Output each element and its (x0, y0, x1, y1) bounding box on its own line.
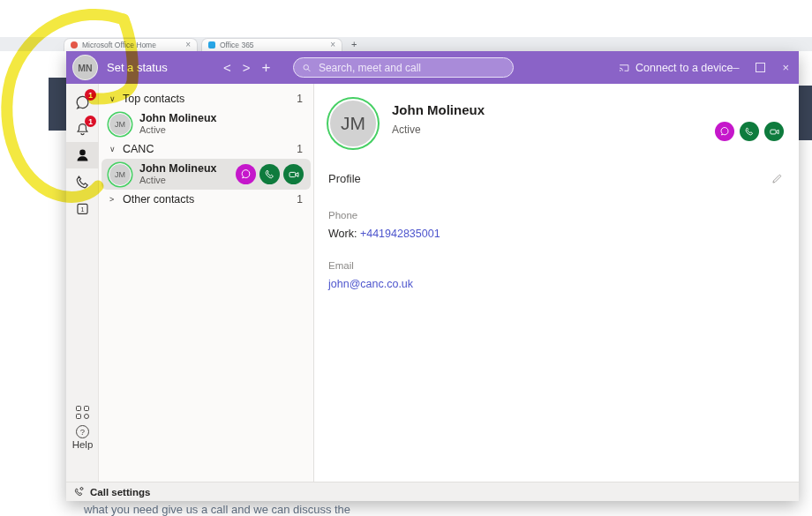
call-settings-bar[interactable]: Call settings (66, 482, 799, 501)
phone-icon (744, 126, 755, 137)
svg-text:1: 1 (81, 206, 85, 213)
maximize-button[interactable] (756, 63, 765, 72)
email-field: Email john@canc.co.uk (328, 260, 413, 290)
section-count: 1 (297, 93, 303, 105)
connect-to-device-label: Connect to a device (635, 62, 733, 74)
section-label: Top contacts (123, 93, 184, 105)
call-button[interactable] (259, 164, 280, 184)
apps-grid-icon[interactable] (76, 406, 89, 419)
rail-item-chats[interactable]: 1 (66, 89, 99, 116)
rail-bottom-group: ? Help (66, 406, 99, 450)
close-button[interactable]: × (782, 61, 789, 74)
edit-pencil-icon[interactable] (771, 173, 783, 185)
search-input[interactable] (317, 61, 505, 75)
rail-item-contacts[interactable] (66, 142, 99, 168)
contact-name: John Molineux (139, 162, 228, 175)
window-controls: – × (733, 51, 799, 84)
chats-badge: 1 (85, 89, 96, 101)
chat-button[interactable] (715, 122, 734, 141)
search-icon (302, 63, 312, 73)
phone-number-link[interactable]: +441942835001 (360, 228, 440, 240)
contact-row-selected[interactable]: JM John Molineux Active (102, 159, 311, 190)
contact-status: Active (139, 175, 228, 186)
email-label: Email (328, 260, 413, 271)
left-rail: 1 1 (66, 84, 99, 482)
office-home-favicon (71, 41, 78, 49)
browser-tab-office-365[interactable]: Office 365 × (201, 38, 342, 51)
user-avatar[interactable]: MN (72, 55, 98, 80)
phone-label: Phone (328, 210, 440, 221)
calendar-icon: 1 (74, 200, 91, 217)
new-tab-button[interactable]: + (351, 39, 357, 49)
profile-section-title: Profile (328, 172, 361, 185)
cast-icon (618, 62, 630, 73)
app-title-bar: MN Set a status < > + Conne (66, 51, 799, 84)
back-icon[interactable]: < (223, 60, 231, 75)
video-camera-icon (288, 168, 300, 181)
chat-bubble-icon (240, 168, 252, 180)
tab-title: Microsoft Office Home (82, 41, 181, 49)
browser-tab-office-home[interactable]: Microsoft Office Home × (64, 38, 198, 51)
contact-row-top[interactable]: JM John Molineux Active (102, 108, 311, 139)
tab-close-icon[interactable]: × (185, 41, 191, 49)
set-status-button[interactable]: Set a status (107, 51, 168, 84)
section-count: 1 (297, 143, 303, 155)
app-window: MN Set a status < > + Conne (66, 51, 799, 501)
call-settings-label: Call settings (90, 487, 150, 497)
profile-avatar: JM (328, 99, 378, 148)
phone-icon (264, 168, 275, 180)
phone-type-label: Work: (328, 228, 360, 240)
tab-close-icon[interactable]: × (330, 41, 335, 49)
rail-item-notifications[interactable]: 1 (66, 116, 99, 142)
contact-name: John Molineux (139, 112, 304, 124)
help-icon: ? (76, 425, 89, 438)
avatar: JM (109, 113, 132, 136)
chat-button[interactable] (236, 164, 256, 184)
section-label: Other contacts (123, 193, 194, 206)
profile-name: John Molineux (392, 102, 485, 117)
email-link[interactable]: john@canc.co.uk (328, 278, 413, 290)
chat-bubble-icon (719, 126, 730, 137)
nav-buttons: < > + (223, 51, 270, 84)
help-label: Help (72, 439, 94, 450)
section-count: 1 (297, 193, 303, 206)
help-button[interactable]: ? Help (72, 425, 94, 450)
call-settings-icon (73, 486, 85, 497)
forward-icon[interactable]: > (243, 60, 251, 75)
office-365-favicon (208, 41, 215, 49)
background-page-text: what you need give us a call and we can … (84, 503, 350, 516)
video-call-button[interactable] (283, 164, 304, 184)
profile-section-header: Profile (328, 172, 783, 185)
chevron-down-icon: ∨ (109, 94, 117, 103)
profile-status: Active (392, 123, 421, 136)
profile-actions (715, 122, 784, 141)
screenshot-root: Microsoft Office Home × Office 365 × + M… (0, 0, 812, 516)
add-icon[interactable]: + (262, 59, 271, 77)
call-button[interactable] (740, 122, 759, 141)
rail-item-calendar[interactable]: 1 (66, 195, 99, 221)
section-other-contacts[interactable]: > Other contacts 1 (99, 190, 313, 209)
connect-to-device-button[interactable]: Connect to a device (618, 51, 733, 84)
background-dark-block-right (799, 86, 812, 140)
video-call-button[interactable] (764, 122, 784, 141)
search-bar[interactable] (293, 57, 514, 78)
background-dark-block-left (49, 78, 66, 131)
section-top-contacts[interactable]: ∨ Top contacts 1 (99, 89, 313, 108)
rail-item-calls[interactable] (66, 168, 99, 195)
browser-tab-strip: Microsoft Office Home × Office 365 × + (0, 37, 812, 51)
notifications-badge: 1 (85, 116, 96, 127)
contact-status: Active (139, 124, 304, 136)
tab-title: Office 365 (220, 41, 326, 49)
phone-field: Phone Work: +441942835001 (328, 210, 440, 240)
phone-icon (74, 174, 91, 191)
profile-panel: JM John Molineux Active (314, 84, 799, 482)
avatar: JM (109, 163, 132, 186)
contact-list-panel: ∨ Top contacts 1 JM John Molineux Active… (99, 84, 314, 482)
contacts-person-icon (74, 147, 91, 164)
section-label: CANC (123, 143, 154, 155)
minimize-button[interactable]: – (733, 61, 739, 74)
video-camera-icon (769, 126, 780, 138)
contact-row-actions (236, 164, 304, 184)
section-canc[interactable]: ∨ CANC 1 (99, 139, 313, 159)
chevron-down-icon: ∨ (109, 145, 117, 153)
